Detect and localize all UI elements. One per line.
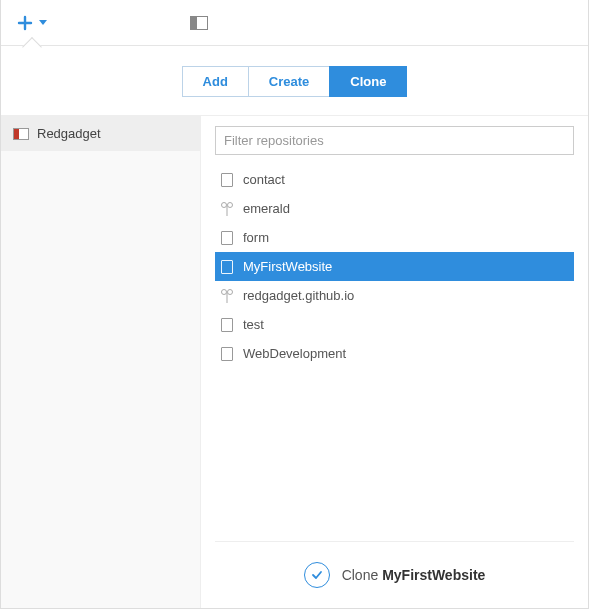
fork-icon (221, 289, 233, 303)
clone-tab[interactable]: Clone (329, 66, 407, 97)
repo-icon (221, 318, 233, 332)
plus-icon (17, 15, 33, 31)
account-avatar-icon (13, 128, 29, 140)
chevron-down-icon (39, 20, 47, 25)
sidebar-toggle-icon[interactable] (190, 16, 208, 30)
account-name: Redgadget (37, 126, 101, 141)
fork-icon (221, 202, 233, 216)
repo-name: form (243, 230, 269, 245)
clone-action-label: Clone MyFirstWebsite (342, 567, 486, 583)
repo-icon (221, 173, 233, 187)
repo-item[interactable]: WebDevelopment (215, 339, 574, 368)
repository-list: contactemeraldformMyFirstWebsiteredgadge… (215, 165, 574, 541)
accounts-sidebar: Redgadget (1, 116, 201, 608)
repo-icon (221, 347, 233, 361)
add-tab[interactable]: Add (182, 66, 249, 97)
repo-item[interactable]: MyFirstWebsite (215, 252, 574, 281)
repo-name: emerald (243, 201, 290, 216)
repo-item[interactable]: form (215, 223, 574, 252)
create-tab[interactable]: Create (248, 66, 330, 97)
repo-item[interactable]: emerald (215, 194, 574, 223)
mode-segmented-control: Add Create Clone (1, 46, 588, 115)
repo-name: WebDevelopment (243, 346, 346, 361)
repo-item[interactable]: contact (215, 165, 574, 194)
add-menu-button[interactable] (9, 9, 55, 37)
repo-icon (221, 260, 233, 274)
repo-item[interactable]: test (215, 310, 574, 339)
check-circle-icon (304, 562, 330, 588)
repo-name: contact (243, 172, 285, 187)
repo-icon (221, 231, 233, 245)
repo-name: MyFirstWebsite (243, 259, 332, 274)
repo-item[interactable]: redgadget.github.io (215, 281, 574, 310)
repo-name: test (243, 317, 264, 332)
account-item[interactable]: Redgadget (1, 116, 200, 151)
filter-repositories-input[interactable] (215, 126, 574, 155)
repo-name: redgadget.github.io (243, 288, 354, 303)
clone-action-button[interactable]: Clone MyFirstWebsite (215, 541, 574, 608)
